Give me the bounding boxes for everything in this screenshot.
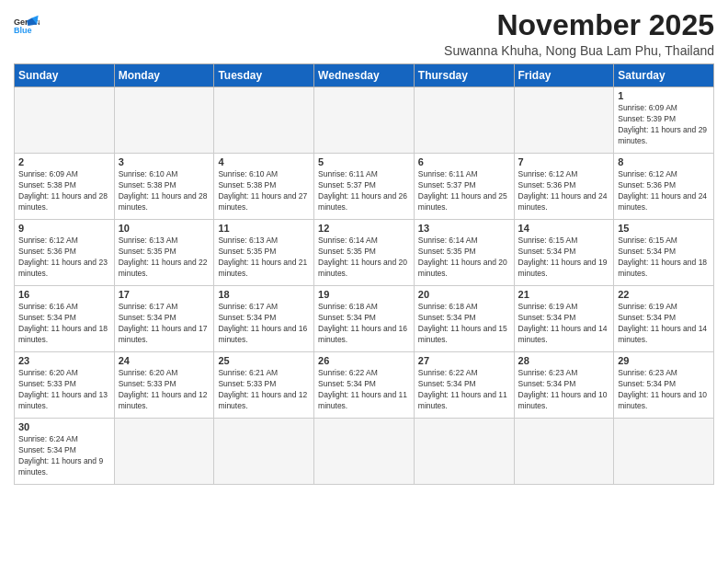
day-14: 14 Sunrise: 6:15 AMSunset: 5:34 PMDaylig… bbox=[514, 220, 614, 286]
week-row-5: 23 Sunrise: 6:20 AMSunset: 5:33 PMDaylig… bbox=[15, 352, 714, 419]
header-saturday: Saturday bbox=[614, 64, 714, 87]
empty-cell bbox=[114, 87, 214, 154]
calendar-table: Sunday Monday Tuesday Wednesday Thursday… bbox=[14, 63, 714, 485]
day-19: 19 Sunrise: 6:18 AMSunset: 5:34 PMDaylig… bbox=[314, 286, 415, 352]
day-18: 18 Sunrise: 6:17 AMSunset: 5:34 PMDaylig… bbox=[214, 286, 314, 352]
day-28: 28 Sunrise: 6:23 AMSunset: 5:34 PMDaylig… bbox=[514, 352, 614, 419]
day-23: 23 Sunrise: 6:20 AMSunset: 5:33 PMDaylig… bbox=[15, 352, 115, 419]
day-29: 29 Sunrise: 6:23 AMSunset: 5:34 PMDaylig… bbox=[614, 352, 714, 419]
title-area: November 2025 Suwanna Khuha, Nong Bua La… bbox=[444, 9, 714, 58]
header-friday: Friday bbox=[514, 64, 614, 87]
empty-cell bbox=[514, 87, 614, 154]
day-17: 17 Sunrise: 6:17 AMSunset: 5:34 PMDaylig… bbox=[114, 286, 214, 352]
day-4: 4 Sunrise: 6:10 AMSunset: 5:38 PMDayligh… bbox=[214, 154, 314, 220]
day-6: 6 Sunrise: 6:11 AMSunset: 5:37 PMDayligh… bbox=[414, 154, 514, 220]
week-row-6: 30 Sunrise: 6:24 AMSunset: 5:34 PMDaylig… bbox=[15, 419, 714, 485]
day-22: 22 Sunrise: 6:19 AMSunset: 5:34 PMDaylig… bbox=[614, 286, 714, 352]
empty-cell bbox=[514, 419, 614, 485]
empty-cell bbox=[414, 419, 514, 485]
empty-cell bbox=[414, 87, 514, 154]
day-26: 26 Sunrise: 6:22 AMSunset: 5:34 PMDaylig… bbox=[314, 352, 415, 419]
empty-cell bbox=[314, 419, 415, 485]
page: General Blue November 2025 Suwanna Khuha… bbox=[0, 0, 728, 563]
week-row-4: 16 Sunrise: 6:16 AMSunset: 5:34 PMDaylig… bbox=[15, 286, 714, 352]
week-row-3: 9 Sunrise: 6:12 AMSunset: 5:36 PMDayligh… bbox=[15, 220, 714, 286]
day-9: 9 Sunrise: 6:12 AMSunset: 5:36 PMDayligh… bbox=[15, 220, 115, 286]
empty-cell bbox=[314, 87, 415, 154]
month-title: November 2025 bbox=[444, 9, 714, 41]
day-1: 1 Sunrise: 6:09 AM Sunset: 5:39 PM Dayli… bbox=[614, 87, 714, 154]
day-10: 10 Sunrise: 6:13 AMSunset: 5:35 PMDaylig… bbox=[114, 220, 214, 286]
empty-cell bbox=[614, 419, 714, 485]
header-wednesday: Wednesday bbox=[314, 64, 415, 87]
day-27: 27 Sunrise: 6:22 AMSunset: 5:34 PMDaylig… bbox=[414, 352, 514, 419]
empty-cell bbox=[114, 419, 214, 485]
header-monday: Monday bbox=[114, 64, 214, 87]
day-number-1: 1 bbox=[618, 90, 710, 101]
day-24: 24 Sunrise: 6:20 AMSunset: 5:33 PMDaylig… bbox=[114, 352, 214, 419]
day-21: 21 Sunrise: 6:19 AMSunset: 5:34 PMDaylig… bbox=[514, 286, 614, 352]
day-8: 8 Sunrise: 6:12 AMSunset: 5:36 PMDayligh… bbox=[614, 154, 714, 220]
day-12: 12 Sunrise: 6:14 AMSunset: 5:35 PMDaylig… bbox=[314, 220, 415, 286]
weekday-header-row: Sunday Monday Tuesday Wednesday Thursday… bbox=[15, 64, 714, 87]
logo: General Blue bbox=[14, 13, 40, 39]
empty-cell bbox=[214, 419, 314, 485]
day-16: 16 Sunrise: 6:16 AMSunset: 5:34 PMDaylig… bbox=[15, 286, 115, 352]
svg-text:Blue: Blue bbox=[14, 26, 32, 35]
day-7: 7 Sunrise: 6:12 AMSunset: 5:36 PMDayligh… bbox=[514, 154, 614, 220]
week-row-1: 1 Sunrise: 6:09 AM Sunset: 5:39 PM Dayli… bbox=[15, 87, 714, 154]
empty-cell bbox=[214, 87, 314, 154]
day-13: 13 Sunrise: 6:14 AMSunset: 5:35 PMDaylig… bbox=[414, 220, 514, 286]
subtitle: Suwanna Khuha, Nong Bua Lam Phu, Thailan… bbox=[444, 43, 714, 58]
day-30: 30 Sunrise: 6:24 AMSunset: 5:34 PMDaylig… bbox=[15, 419, 115, 485]
day-20: 20 Sunrise: 6:18 AMSunset: 5:34 PMDaylig… bbox=[414, 286, 514, 352]
header-sunday: Sunday bbox=[15, 64, 115, 87]
day-25: 25 Sunrise: 6:21 AMSunset: 5:33 PMDaylig… bbox=[214, 352, 314, 419]
day-15: 15 Sunrise: 6:15 AMSunset: 5:34 PMDaylig… bbox=[614, 220, 714, 286]
week-row-2: 2 Sunrise: 6:09 AMSunset: 5:38 PMDayligh… bbox=[15, 154, 714, 220]
header-tuesday: Tuesday bbox=[214, 64, 314, 87]
day-3: 3 Sunrise: 6:10 AMSunset: 5:38 PMDayligh… bbox=[114, 154, 214, 220]
day-info-1: Sunrise: 6:09 AM Sunset: 5:39 PM Dayligh… bbox=[618, 103, 710, 147]
day-2: 2 Sunrise: 6:09 AMSunset: 5:38 PMDayligh… bbox=[15, 154, 115, 220]
empty-cell bbox=[15, 87, 115, 154]
header-area: General Blue November 2025 Suwanna Khuha… bbox=[14, 9, 714, 58]
day-11: 11 Sunrise: 6:13 AMSunset: 5:35 PMDaylig… bbox=[214, 220, 314, 286]
day-5: 5 Sunrise: 6:11 AMSunset: 5:37 PMDayligh… bbox=[314, 154, 415, 220]
header-thursday: Thursday bbox=[414, 64, 514, 87]
logo-icon: General Blue bbox=[14, 13, 40, 39]
